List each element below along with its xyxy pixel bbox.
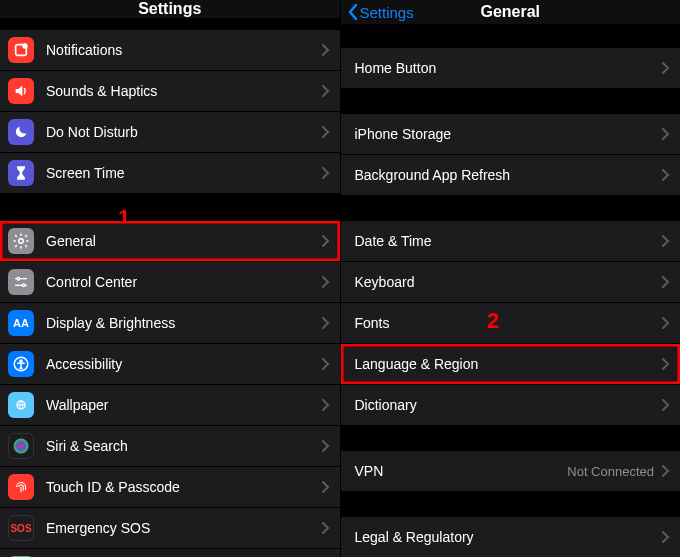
svg-point-1	[22, 43, 27, 48]
general-group-4: VPN Not Connected	[341, 451, 681, 491]
general-item-storage[interactable]: iPhone Storage	[341, 114, 681, 155]
general-item-keyboard[interactable]: Keyboard	[341, 262, 681, 303]
general-item-homebutton[interactable]: Home Button	[341, 48, 681, 88]
general-group-1: Home Button	[341, 48, 681, 88]
general-group-5: Legal & Regulatory	[341, 517, 681, 557]
row-label: Touch ID & Passcode	[44, 479, 318, 495]
general-title: General	[480, 3, 540, 21]
chevron-right-icon	[658, 62, 680, 74]
general-item-dictionary[interactable]: Dictionary	[341, 385, 681, 425]
general-item-vpn[interactable]: VPN Not Connected	[341, 451, 681, 491]
chevron-right-icon	[658, 276, 680, 288]
row-label: Accessibility	[44, 356, 318, 372]
general-group-2: iPhone Storage Background App Refresh	[341, 114, 681, 195]
general-item-fonts[interactable]: Fonts	[341, 303, 681, 344]
svg-point-6	[22, 284, 25, 287]
chevron-right-icon	[318, 481, 340, 493]
settings-item-screentime[interactable]: Screen Time	[0, 153, 340, 193]
chevron-right-icon	[318, 126, 340, 138]
general-item-legal[interactable]: Legal & Regulatory	[341, 517, 681, 557]
chevron-right-icon	[658, 531, 680, 543]
general-icon	[8, 228, 34, 254]
svg-point-12	[14, 439, 29, 454]
settings-item-notifications[interactable]: Notifications	[0, 30, 340, 71]
sos-icon: SOS	[8, 515, 34, 541]
row-label: General	[44, 233, 318, 249]
wallpaper-icon	[8, 392, 34, 418]
sounds-icon	[8, 78, 34, 104]
settings-pane: Settings Notifications Sounds & Haptics	[0, 0, 341, 557]
touchid-icon	[8, 474, 34, 500]
row-label: Sounds & Haptics	[44, 83, 318, 99]
chevron-right-icon	[318, 440, 340, 452]
chevron-right-icon	[658, 399, 680, 411]
settings-item-sos[interactable]: SOS Emergency SOS	[0, 508, 340, 549]
row-label: Display & Brightness	[44, 315, 318, 331]
back-button[interactable]: Settings	[347, 0, 414, 24]
settings-item-siri[interactable]: Siri & Search	[0, 426, 340, 467]
row-label: Siri & Search	[44, 438, 318, 454]
chevron-right-icon	[318, 317, 340, 329]
siri-icon	[8, 433, 34, 459]
settings-item-wallpaper[interactable]: Wallpaper	[0, 385, 340, 426]
back-label: Settings	[360, 4, 414, 21]
general-item-bgrefresh[interactable]: Background App Refresh	[341, 155, 681, 195]
settings-item-sounds[interactable]: Sounds & Haptics	[0, 71, 340, 112]
display-icon: AA	[8, 310, 34, 336]
accessibility-icon	[8, 351, 34, 377]
chevron-left-icon	[347, 3, 359, 21]
chevron-right-icon	[318, 358, 340, 370]
row-label: Keyboard	[355, 274, 659, 290]
row-label: Date & Time	[355, 233, 659, 249]
row-label: Language & Region	[355, 356, 659, 372]
settings-header: Settings	[0, 0, 340, 18]
row-detail: Not Connected	[567, 464, 654, 479]
settings-item-touchid[interactable]: Touch ID & Passcode	[0, 467, 340, 508]
notifications-icon	[8, 37, 34, 63]
screentime-icon	[8, 160, 34, 186]
settings-item-general[interactable]: General	[0, 221, 340, 262]
controlcenter-icon	[8, 269, 34, 295]
svg-point-2	[19, 239, 24, 244]
settings-item-battery[interactable]: Battery	[0, 549, 340, 557]
chevron-right-icon	[318, 235, 340, 247]
chevron-right-icon	[658, 358, 680, 370]
svg-point-10	[20, 360, 22, 362]
chevron-right-icon	[658, 128, 680, 140]
general-header: Settings General	[341, 0, 681, 24]
row-label: Background App Refresh	[355, 167, 659, 183]
chevron-right-icon	[318, 522, 340, 534]
row-label: Wallpaper	[44, 397, 318, 413]
general-group-3: Date & Time Keyboard Fonts Language & Re…	[341, 221, 681, 425]
row-label: Do Not Disturb	[44, 124, 318, 140]
chevron-right-icon	[658, 465, 680, 477]
row-label: iPhone Storage	[355, 126, 659, 142]
settings-item-controlcenter[interactable]: Control Center	[0, 262, 340, 303]
row-label: Legal & Regulatory	[355, 529, 659, 545]
row-label: VPN	[355, 463, 568, 479]
row-label: Screen Time	[44, 165, 318, 181]
settings-title: Settings	[138, 0, 201, 18]
chevron-right-icon	[318, 399, 340, 411]
chevron-right-icon	[658, 317, 680, 329]
general-item-language-region[interactable]: Language & Region	[341, 344, 681, 385]
row-label: Fonts	[355, 315, 659, 331]
chevron-right-icon	[658, 169, 680, 181]
settings-item-display[interactable]: AA Display & Brightness	[0, 303, 340, 344]
general-pane: Settings General Home Button iPhone Stor…	[341, 0, 681, 557]
row-label: Home Button	[355, 60, 659, 76]
chevron-right-icon	[318, 167, 340, 179]
chevron-right-icon	[318, 44, 340, 56]
settings-group-1: Notifications Sounds & Haptics Do Not Di…	[0, 30, 340, 193]
settings-group-2: General Control Center AA Display & Brig…	[0, 221, 340, 557]
svg-point-3	[17, 277, 20, 280]
row-label: Notifications	[44, 42, 318, 58]
settings-item-accessibility[interactable]: Accessibility	[0, 344, 340, 385]
row-label: Dictionary	[355, 397, 659, 413]
chevron-right-icon	[318, 85, 340, 97]
chevron-right-icon	[658, 235, 680, 247]
general-item-datetime[interactable]: Date & Time	[341, 221, 681, 262]
settings-item-dnd[interactable]: Do Not Disturb	[0, 112, 340, 153]
dnd-icon	[8, 119, 34, 145]
chevron-right-icon	[318, 276, 340, 288]
